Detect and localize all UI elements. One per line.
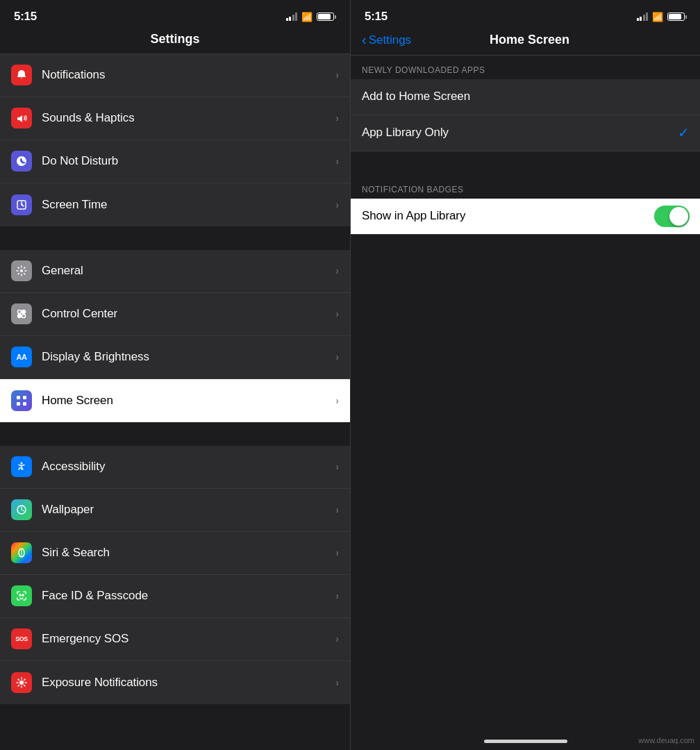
settings-list: Notifications › Sounds & Haptics › Do No… xyxy=(0,54,350,751)
right-panel: 5:15 📶 ‹ Settings Home Screen xyxy=(351,0,700,750)
faceid-label: Face ID & Passcode xyxy=(42,589,335,603)
show-app-lib-label: Show in App Library xyxy=(362,209,654,223)
back-button[interactable]: ‹ Settings xyxy=(362,32,411,48)
svg-rect-7 xyxy=(23,396,26,399)
left-nav-bar: Settings xyxy=(0,29,350,53)
notifications-chevron: › xyxy=(335,69,339,81)
svg-point-16 xyxy=(19,681,24,685)
settings-item-exposure[interactable]: Exposure Notifications › xyxy=(0,661,350,704)
back-label: Settings xyxy=(369,33,411,47)
settings-item-siri[interactable]: Siri & Search › xyxy=(0,532,350,575)
sounds-label: Sounds & Haptics xyxy=(42,111,335,125)
left-panel: 5:15 📶 Settings xyxy=(0,0,350,750)
content-background xyxy=(351,235,700,568)
left-status-icons: 📶 xyxy=(286,12,337,22)
settings-item-dnd[interactable]: Do Not Disturb › xyxy=(0,140,350,183)
right-nav-title: Home Screen xyxy=(411,33,648,47)
settings-group-3: Accessibility › Wallpaper › Siri & Searc… xyxy=(0,446,350,704)
controlcenter-icon xyxy=(11,303,32,324)
section-header-newly-downloaded: NEWLY DOWNLOADED APPS xyxy=(351,56,700,79)
svg-point-15 xyxy=(22,594,24,596)
add-home-label: Add to Home Screen xyxy=(362,90,690,103)
svg-point-1 xyxy=(20,269,23,272)
exposure-icon xyxy=(11,672,32,693)
left-nav-title: Settings xyxy=(150,32,199,46)
settings-item-general[interactable]: General › xyxy=(0,250,350,293)
controlcenter-label: Control Center xyxy=(42,307,335,321)
settings-item-accessibility[interactable]: Accessibility › xyxy=(0,446,350,489)
toggle-thumb xyxy=(669,207,688,226)
controlcenter-chevron: › xyxy=(335,308,339,319)
settings-item-controlcenter[interactable]: Control Center › xyxy=(0,293,350,336)
homescreen-chevron: › xyxy=(335,395,339,406)
app-lib-only-checkmark: ✓ xyxy=(678,124,690,141)
right-item-app-lib-only[interactable]: App Library Only ✓ xyxy=(351,115,700,151)
emergencysos-icon: SOS xyxy=(11,628,32,649)
notifications-label: Notifications xyxy=(42,68,335,82)
siri-chevron: › xyxy=(335,547,339,558)
emergencysos-chevron: › xyxy=(335,633,339,644)
svg-point-10 xyxy=(21,462,23,465)
notifications-icon xyxy=(11,65,32,85)
homescreen-icon xyxy=(11,390,32,411)
svg-rect-8 xyxy=(17,402,20,406)
show-app-lib-toggle[interactable] xyxy=(654,206,690,227)
watermark: www.deuaq.com xyxy=(638,736,694,744)
dnd-icon xyxy=(11,151,32,172)
display-label: Display & Brightness xyxy=(42,350,335,364)
group-gap-1 xyxy=(0,226,350,250)
right-status-bar: 5:15 📶 xyxy=(351,0,700,29)
right-nav-bar: ‹ Settings Home Screen xyxy=(351,29,700,55)
siri-icon xyxy=(11,542,32,563)
right-time: 5:15 xyxy=(365,10,388,24)
settings-item-homescreen[interactable]: Home Screen › xyxy=(0,379,350,422)
accessibility-label: Accessibility xyxy=(42,460,335,474)
settings-item-screentime[interactable]: Screen Time › xyxy=(0,183,350,226)
general-icon xyxy=(11,260,32,281)
svg-rect-6 xyxy=(17,396,20,399)
faceid-icon xyxy=(11,585,32,606)
accessibility-icon xyxy=(11,456,32,477)
dnd-label: Do Not Disturb xyxy=(42,154,335,168)
svg-point-2 xyxy=(18,310,22,314)
exposure-label: Exposure Notifications xyxy=(42,676,335,690)
right-wifi-icon: 📶 xyxy=(652,12,663,22)
settings-item-emergencysos[interactable]: SOS Emergency SOS › xyxy=(0,618,350,661)
settings-item-faceid[interactable]: Face ID & Passcode › xyxy=(0,575,350,618)
right-content: NEWLY DOWNLOADED APPS Add to Home Screen… xyxy=(351,56,700,735)
right-signal-icon xyxy=(637,12,649,21)
exposure-chevron: › xyxy=(335,677,339,688)
wallpaper-icon xyxy=(11,499,32,520)
svg-rect-9 xyxy=(23,402,26,406)
display-icon: AA xyxy=(11,347,32,367)
svg-point-5 xyxy=(22,315,26,318)
display-chevron: › xyxy=(335,351,339,362)
general-label: General xyxy=(42,264,335,278)
left-time: 5:15 xyxy=(14,10,37,24)
right-battery-icon xyxy=(667,12,687,21)
right-status-icons: 📶 xyxy=(637,12,688,22)
wallpaper-label: Wallpaper xyxy=(42,503,335,517)
siri-label: Siri & Search xyxy=(42,546,335,560)
right-item-add-home[interactable]: Add to Home Screen xyxy=(351,79,700,115)
app-lib-only-label: App Library Only xyxy=(362,126,678,140)
settings-item-sounds[interactable]: Sounds & Haptics › xyxy=(0,97,350,140)
right-item-show-app-lib[interactable]: Show in App Library xyxy=(351,199,700,235)
settings-item-wallpaper[interactable]: Wallpaper › xyxy=(0,489,350,532)
sounds-icon xyxy=(11,108,32,128)
settings-group-2: General › Control Center › AA Display & … xyxy=(0,250,350,422)
sounds-chevron: › xyxy=(335,112,339,124)
settings-group-1: Notifications › Sounds & Haptics › Do No… xyxy=(0,54,350,226)
settings-item-display[interactable]: AA Display & Brightness › xyxy=(0,336,350,379)
left-status-bar: 5:15 📶 xyxy=(0,0,350,29)
back-chevron-icon: ‹ xyxy=(362,32,367,48)
left-signal-icon xyxy=(286,12,298,21)
home-bar xyxy=(484,740,567,743)
emergencysos-label: Emergency SOS xyxy=(42,632,335,646)
dnd-chevron: › xyxy=(335,156,339,167)
left-wifi-icon: 📶 xyxy=(301,12,312,22)
settings-item-notifications[interactable]: Notifications › xyxy=(0,54,350,97)
general-chevron: › xyxy=(335,265,339,276)
accessibility-chevron: › xyxy=(335,461,339,472)
screentime-icon xyxy=(11,194,32,215)
